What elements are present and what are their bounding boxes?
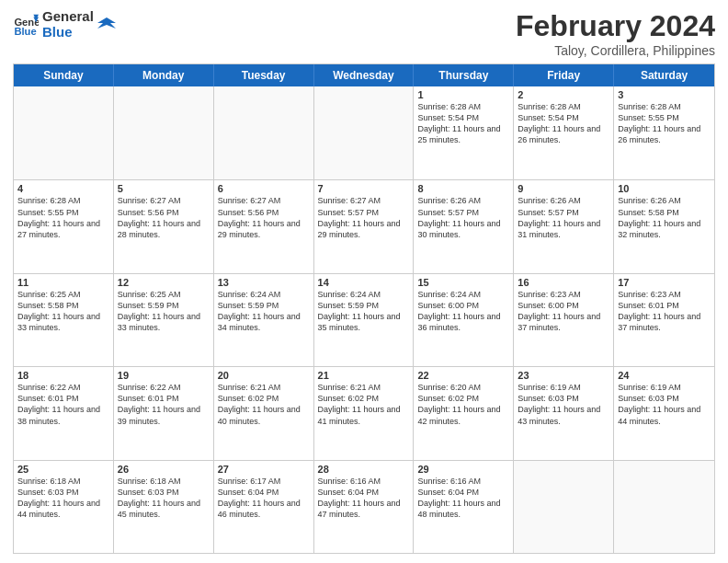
day-info: Sunrise: 6:23 AMSunset: 6:01 PMDaylight:… [618,289,711,334]
day-number: 14 [318,277,410,288]
day-number: 1 [417,89,509,100]
day-number: 23 [518,370,609,381]
day-cell-11: 11Sunrise: 6:25 AMSunset: 5:58 PMDayligh… [14,274,114,366]
location: Taloy, Cordillera, Philippines [516,43,715,58]
month-year: February 2024 [516,9,715,43]
empty-cell [314,86,415,179]
day-info: Sunrise: 6:25 AMSunset: 5:59 PMDaylight:… [118,289,210,334]
day-info: Sunrise: 6:21 AMSunset: 6:02 PMDaylight:… [318,382,410,427]
day-cell-21: 21Sunrise: 6:21 AMSunset: 6:02 PMDayligh… [314,367,415,459]
calendar: SundayMondayTuesdayWednesdayThursdayFrid… [13,63,715,554]
day-info: Sunrise: 6:19 AMSunset: 6:03 PMDaylight:… [618,382,711,427]
day-info: Sunrise: 6:23 AMSunset: 6:00 PMDaylight:… [518,289,609,334]
day-number: 19 [118,370,210,381]
day-number: 28 [318,464,410,475]
day-info: Sunrise: 6:17 AMSunset: 6:04 PMDaylight:… [218,476,310,521]
day-info: Sunrise: 6:25 AMSunset: 5:58 PMDaylight:… [17,289,109,334]
day-cell-4: 4Sunrise: 6:28 AMSunset: 5:55 PMDaylight… [14,180,114,272]
day-cell-1: 1Sunrise: 6:28 AMSunset: 5:54 PMDaylight… [414,86,514,179]
day-cell-3: 3Sunrise: 6:28 AMSunset: 5:55 PMDaylight… [614,86,714,179]
header: General Blue General Blue February 2024 … [13,9,715,58]
day-number: 29 [417,464,509,475]
day-info: Sunrise: 6:27 AMSunset: 5:57 PMDaylight:… [318,195,410,240]
day-info: Sunrise: 6:16 AMSunset: 6:04 PMDaylight:… [318,476,410,521]
day-info: Sunrise: 6:21 AMSunset: 6:02 PMDaylight:… [218,382,310,427]
weekday-header-saturday: Saturday [614,64,714,86]
logo-icon: General Blue [13,12,39,38]
day-info: Sunrise: 6:18 AMSunset: 6:03 PMDaylight:… [118,476,210,521]
day-number: 9 [518,183,609,194]
day-cell-14: 14Sunrise: 6:24 AMSunset: 5:59 PMDayligh… [314,274,415,366]
day-number: 17 [618,277,711,288]
day-info: Sunrise: 6:28 AMSunset: 5:54 PMDaylight:… [518,101,609,146]
day-number: 2 [518,89,609,100]
logo: General Blue General Blue [13,9,116,40]
day-number: 26 [118,464,210,475]
day-info: Sunrise: 6:16 AMSunset: 6:04 PMDaylight:… [417,476,509,521]
day-cell-27: 27Sunrise: 6:17 AMSunset: 6:04 PMDayligh… [214,461,314,553]
weekday-header-tuesday: Tuesday [214,64,314,86]
day-cell-23: 23Sunrise: 6:19 AMSunset: 6:03 PMDayligh… [514,367,614,459]
day-cell-9: 9Sunrise: 6:26 AMSunset: 5:57 PMDaylight… [514,180,614,272]
day-number: 27 [218,464,310,475]
day-cell-28: 28Sunrise: 6:16 AMSunset: 6:04 PMDayligh… [314,461,415,553]
calendar-row-0: 1Sunrise: 6:28 AMSunset: 5:54 PMDaylight… [14,86,714,179]
calendar-row-4: 25Sunrise: 6:18 AMSunset: 6:03 PMDayligh… [14,460,714,553]
logo-blue: Blue [42,25,94,40]
empty-cell [114,86,214,179]
weekday-header-wednesday: Wednesday [314,64,415,86]
day-info: Sunrise: 6:28 AMSunset: 5:54 PMDaylight:… [417,101,509,146]
day-number: 4 [17,183,109,194]
day-cell-5: 5Sunrise: 6:27 AMSunset: 5:56 PMDaylight… [114,180,214,272]
empty-cell [214,86,314,179]
day-number: 25 [17,464,109,475]
svg-text:Blue: Blue [14,26,36,37]
day-cell-15: 15Sunrise: 6:24 AMSunset: 6:00 PMDayligh… [414,274,514,366]
day-cell-17: 17Sunrise: 6:23 AMSunset: 6:01 PMDayligh… [614,274,714,366]
day-number: 8 [417,183,509,194]
day-number: 13 [218,277,310,288]
day-number: 18 [17,370,109,381]
day-cell-10: 10Sunrise: 6:26 AMSunset: 5:58 PMDayligh… [614,180,714,272]
day-number: 11 [17,277,109,288]
empty-cell [514,461,614,553]
day-number: 24 [618,370,711,381]
day-number: 10 [618,183,711,194]
day-cell-20: 20Sunrise: 6:21 AMSunset: 6:02 PMDayligh… [214,367,314,459]
day-cell-25: 25Sunrise: 6:18 AMSunset: 6:03 PMDayligh… [14,461,114,553]
day-info: Sunrise: 6:28 AMSunset: 5:55 PMDaylight:… [618,101,711,146]
day-info: Sunrise: 6:22 AMSunset: 6:01 PMDaylight:… [17,382,109,427]
day-info: Sunrise: 6:19 AMSunset: 6:03 PMDaylight:… [518,382,609,427]
day-cell-12: 12Sunrise: 6:25 AMSunset: 5:59 PMDayligh… [114,274,214,366]
day-cell-7: 7Sunrise: 6:27 AMSunset: 5:57 PMDaylight… [314,180,415,272]
day-cell-8: 8Sunrise: 6:26 AMSunset: 5:57 PMDaylight… [414,180,514,272]
day-number: 3 [618,89,711,100]
day-info: Sunrise: 6:27 AMSunset: 5:56 PMDaylight:… [218,195,310,240]
calendar-header: SundayMondayTuesdayWednesdayThursdayFrid… [14,64,714,86]
day-info: Sunrise: 6:26 AMSunset: 5:57 PMDaylight:… [518,195,609,240]
day-number: 7 [318,183,410,194]
title-area: February 2024 Taloy, Cordillera, Philipp… [516,9,715,58]
day-info: Sunrise: 6:27 AMSunset: 5:56 PMDaylight:… [118,195,210,240]
calendar-body: 1Sunrise: 6:28 AMSunset: 5:54 PMDaylight… [14,86,714,553]
weekday-header-sunday: Sunday [14,64,114,86]
day-cell-29: 29Sunrise: 6:16 AMSunset: 6:04 PMDayligh… [414,461,514,553]
day-info: Sunrise: 6:22 AMSunset: 6:01 PMDaylight:… [118,382,210,427]
day-info: Sunrise: 6:18 AMSunset: 6:03 PMDaylight:… [17,476,109,521]
day-number: 16 [518,277,609,288]
empty-cell [614,461,714,553]
day-info: Sunrise: 6:26 AMSunset: 5:57 PMDaylight:… [417,195,509,240]
day-number: 15 [417,277,509,288]
weekday-header-friday: Friday [514,64,614,86]
day-info: Sunrise: 6:26 AMSunset: 5:58 PMDaylight:… [618,195,711,240]
day-cell-19: 19Sunrise: 6:22 AMSunset: 6:01 PMDayligh… [114,367,214,459]
empty-cell [14,86,114,179]
day-number: 21 [318,370,410,381]
day-number: 6 [218,183,310,194]
logo-bird-icon [97,16,116,34]
day-info: Sunrise: 6:24 AMSunset: 5:59 PMDaylight:… [218,289,310,334]
day-cell-13: 13Sunrise: 6:24 AMSunset: 5:59 PMDayligh… [214,274,314,366]
weekday-header-thursday: Thursday [414,64,514,86]
logo-general: General [42,9,94,25]
day-number: 5 [118,183,210,194]
